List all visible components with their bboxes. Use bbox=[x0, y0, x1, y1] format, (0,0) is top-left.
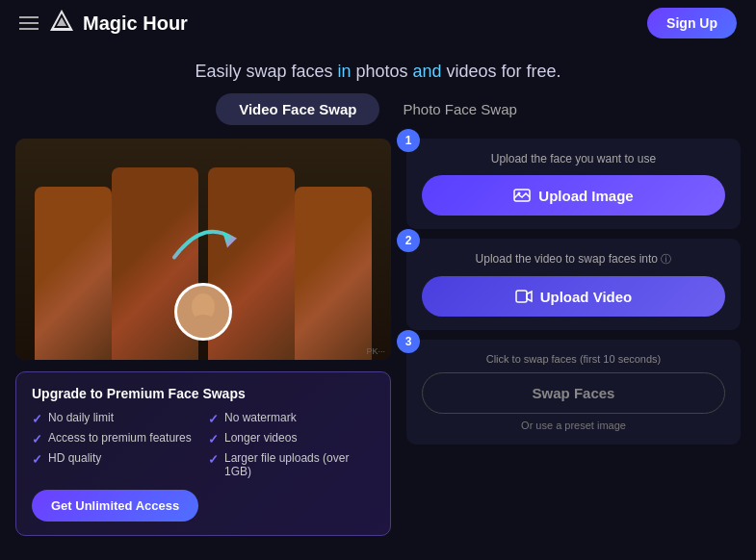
check-icon-1: ✓ bbox=[32, 412, 42, 426]
feature-premium-access: ✓ Access to premium features bbox=[32, 431, 198, 446]
header: Magic Hour Sign Up bbox=[0, 0, 756, 46]
premium-banner: Upgrade to Premium Face Swaps ✓ No daily… bbox=[15, 371, 391, 536]
left-panel: PK··· Upgrade to Premium Face Swaps ✓ No… bbox=[15, 139, 391, 560]
check-icon-5: ✓ bbox=[32, 452, 42, 467]
face-circle bbox=[174, 283, 232, 341]
logo-icon bbox=[48, 8, 75, 38]
step-3-number: 3 bbox=[397, 330, 420, 353]
step-3-card: 3 Click to swap faces (first 10 seconds)… bbox=[406, 340, 741, 445]
right-panel: 1 Upload the face you want to use Upload… bbox=[406, 139, 741, 560]
hero-text: Easily swap faces in photos and videos f… bbox=[0, 46, 756, 93]
feature-hd-quality: ✓ HD quality bbox=[32, 451, 198, 478]
step-1-label: Upload the face you want to use bbox=[422, 152, 725, 165]
feature-longer-videos: ✓ Longer videos bbox=[208, 431, 375, 446]
step-3-sublabel: Click to swap faces (first 10 seconds) bbox=[422, 353, 725, 365]
tab-photo-face-swap[interactable]: Photo Face Swap bbox=[379, 93, 539, 125]
tabs-container: Video Face Swap Photo Face Swap bbox=[0, 93, 756, 125]
suit-figure-left bbox=[35, 187, 112, 360]
svg-marker-3 bbox=[222, 231, 237, 247]
main-content: PK··· Upgrade to Premium Face Swaps ✓ No… bbox=[0, 139, 756, 560]
check-icon-3: ✓ bbox=[32, 432, 42, 446]
feature-no-watermark: ✓ No watermark bbox=[208, 411, 375, 426]
tab-video-face-swap[interactable]: Video Face Swap bbox=[216, 93, 379, 125]
step-2-number: 2 bbox=[397, 229, 420, 252]
preview-image: PK··· bbox=[15, 139, 391, 360]
app-title: Magic Hour bbox=[83, 13, 188, 35]
hamburger-menu[interactable] bbox=[19, 16, 39, 30]
header-left: Magic Hour bbox=[19, 8, 188, 38]
step-2-label: Upload the video to swap faces into ⓘ bbox=[422, 252, 725, 267]
get-unlimited-access-button[interactable]: Get Unlimited Access bbox=[32, 490, 198, 522]
step-1-number: 1 bbox=[397, 129, 420, 152]
watermark: PK··· bbox=[366, 346, 385, 356]
step-1-card: 1 Upload the face you want to use Upload… bbox=[406, 139, 741, 229]
video-upload-icon bbox=[515, 288, 533, 305]
upload-video-button[interactable]: Upload Video bbox=[422, 276, 725, 317]
feature-no-daily-limit: ✓ No daily limit bbox=[32, 411, 198, 426]
signup-button[interactable]: Sign Up bbox=[647, 8, 737, 38]
image-upload-icon bbox=[513, 187, 531, 204]
check-icon-2: ✓ bbox=[208, 412, 219, 426]
step-2-card: 2 Upload the video to swap faces into ⓘ … bbox=[406, 239, 741, 330]
info-icon: ⓘ bbox=[661, 253, 671, 265]
upload-image-button[interactable]: Upload Image bbox=[422, 175, 725, 216]
svg-rect-9 bbox=[516, 291, 527, 302]
swap-faces-button[interactable]: Swap Faces bbox=[422, 372, 725, 414]
feature-larger-uploads: ✓ Larger file uploads (over 1GB) bbox=[208, 451, 375, 478]
arrow-overlay bbox=[169, 214, 237, 272]
scene-container: PK··· bbox=[15, 139, 391, 360]
features-grid: ✓ No daily limit ✓ No watermark ✓ Access… bbox=[32, 411, 375, 478]
premium-title: Upgrade to Premium Face Swaps bbox=[32, 386, 375, 401]
svg-point-6 bbox=[188, 315, 219, 338]
preset-label: Or use a preset image bbox=[422, 420, 725, 431]
check-icon-6: ✓ bbox=[208, 452, 219, 467]
suit-figure-right bbox=[295, 187, 372, 360]
check-icon-4: ✓ bbox=[208, 432, 219, 446]
logo-area: Magic Hour bbox=[48, 8, 188, 38]
